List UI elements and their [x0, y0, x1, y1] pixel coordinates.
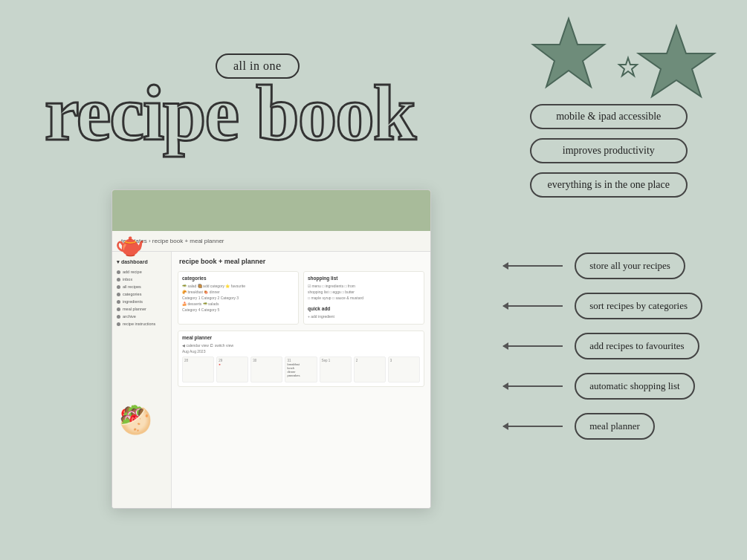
stars-decoration [524, 15, 717, 107]
sidebar-item-inbox: inbox [117, 277, 166, 281]
app-mockup: templates › recipe book + meal planner ▾… [111, 189, 431, 509]
mockup-shopping-section: shopping list ☑ menu □ ingredients □ fro… [303, 271, 424, 325]
pill-mobile-ipad: mobile & ipad accessible [530, 104, 688, 129]
shop-row-3: □ maple syrup □ sauce & mustard [308, 296, 420, 300]
cal-cell-5: Sep 1 [320, 356, 352, 382]
shop-row-1: ☑ menu □ ingredients □ from [308, 284, 420, 288]
sidebar-item-all-recipes: all recipes [117, 284, 166, 289]
mockup-nav-bar: templates › recipe book + meal planner [112, 231, 430, 252]
cat-row-2: 🥐 breakfast 🍖 dinner [182, 290, 294, 294]
feature-pills-top: mobile & ipad accessible improves produc… [530, 104, 688, 198]
sidebar-item-archive: archive [117, 314, 166, 319]
svg-marker-1 [619, 58, 637, 76]
bread-illustration: 🥙 [119, 405, 164, 438]
pill-sort-categories: sort recipes by categories [575, 293, 702, 319]
mockup-main-content: recipe book + meal planner categories 🥗 … [172, 252, 430, 508]
pill-meal-planner: meal planner [575, 413, 655, 440]
svg-marker-2 [638, 26, 714, 97]
shopping-title: shopping list [308, 276, 420, 281]
mockup-sidebar: ▾ dashboard add recipe inbox all recipes… [112, 252, 172, 508]
teapot-illustration: 🫖 [115, 230, 156, 271]
cal-cell-3: 30 [250, 356, 282, 382]
cal-cell-7: 3 [388, 356, 420, 382]
mockup-header-green [112, 190, 430, 231]
pill-store-recipes: store all your recipes [575, 253, 685, 279]
quick-add-title: quick add [308, 306, 420, 311]
cat-row-4: 🍰 desserts 🥗 salads [182, 302, 294, 306]
mockup-categories-section: categories 🥗 salad 🥘 add category ⭐ favo… [178, 271, 299, 325]
cal-cell-2: 29● [216, 356, 248, 382]
mockup-sections-grid: categories 🥗 salad 🥘 add category ⭐ favo… [172, 268, 430, 328]
arrow-shopping [503, 385, 563, 387]
cat-row-1: 🥗 salad 🥘 add category ⭐ favourite [182, 284, 294, 288]
arrow-sort [503, 305, 563, 307]
arrow-meal-planner [503, 426, 563, 427]
cal-month: Aug Aug 2023 [182, 349, 420, 354]
feature-item-sort: sort recipes by categories [503, 293, 702, 319]
feature-list-right: store all your recipes sort recipes by c… [503, 253, 702, 440]
shop-row-2: shopping list □ eggs □ butter [308, 290, 420, 294]
cat-row-3: Category 1 Category 2 Category 3 [182, 296, 294, 300]
cat-row-5: Category 4 Category 5 [182, 307, 294, 312]
meal-planner-title: meal planner [182, 335, 420, 340]
categories-title: categories [182, 276, 294, 281]
feature-item-store: store all your recipes [503, 253, 702, 279]
sidebar-item-recipe-instructions: recipe instructions [117, 322, 166, 326]
feature-item-shopping: automatic shopping list [503, 373, 702, 400]
cal-cell-4: 31breakfastlunchdinnerpancakes [285, 356, 317, 382]
cal-controls: ◀ calendar view 🗒 switch view [182, 343, 420, 348]
mockup-body: ▾ dashboard add recipe inbox all recipes… [112, 252, 430, 508]
mockup-meal-planner-section: meal planner ◀ calendar view 🗒 switch vi… [178, 331, 424, 387]
feature-item-meal-planner: meal planner [503, 413, 702, 440]
cal-cell-6: 2 [354, 356, 386, 382]
main-title: recipe book [45, 74, 415, 152]
cal-cell-1: 28 [182, 356, 214, 382]
quick-add-row: + add ingredient [308, 314, 420, 319]
mockup-page-title: recipe book + meal planner [172, 252, 430, 268]
pill-everything-one-place: everything is in the one place [530, 172, 688, 198]
sidebar-item-categories: categories [117, 292, 166, 296]
arrow-store [503, 265, 563, 267]
feature-item-favourites: add recipes to favourites [503, 333, 702, 359]
cal-row: 28 29● 30 31breakfastlunchdinnerpancakes… [182, 356, 420, 382]
pill-add-favourites: add recipes to favourites [575, 333, 699, 359]
svg-marker-0 [533, 19, 604, 87]
sidebar-item-ingredients: ingredients [117, 299, 166, 304]
arrow-favourites [503, 345, 563, 347]
pill-shopping-list: automatic shopping list [575, 373, 694, 400]
pill-improves-productivity: improves productivity [530, 138, 688, 163]
quick-add-area: quick add + add ingredient [308, 306, 420, 319]
sidebar-item-meal-planner: meal planner [117, 307, 166, 311]
